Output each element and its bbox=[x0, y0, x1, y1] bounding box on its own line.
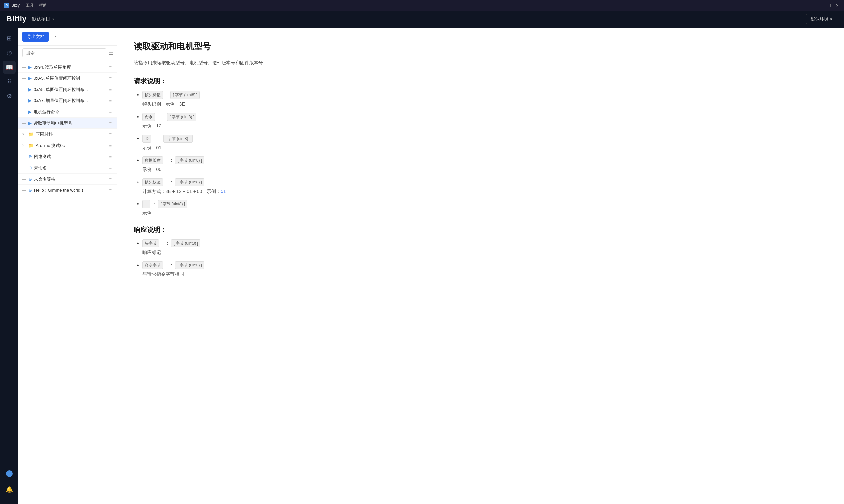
menu-help[interactable]: 帮助 bbox=[39, 3, 47, 8]
type-tag: [ 字节 (uint8) ] bbox=[167, 113, 196, 121]
tree-expand-icon: — bbox=[22, 188, 27, 192]
field-sub: 示例：12 bbox=[142, 122, 828, 130]
environment-button[interactable]: 默认环境 ▾ bbox=[806, 14, 838, 24]
tree-item-label: 网络测试 bbox=[34, 154, 108, 160]
play-icon: ▶ bbox=[28, 87, 32, 92]
tree-item-7[interactable]: > 📁 医园材料 ≡ bbox=[18, 129, 117, 140]
nodes-icon: ⠿ bbox=[7, 78, 11, 85]
tree-item-12[interactable]: — ⊕ Hello！Gimme the world！ ≡ bbox=[18, 185, 117, 196]
book-icon: 📖 bbox=[5, 64, 13, 71]
tree-item-11[interactable]: — ⊕ 未命名等待 ≡ bbox=[18, 174, 117, 185]
tree-expand-icon: — bbox=[22, 121, 27, 125]
tree-item-menu[interactable]: ≡ bbox=[108, 86, 113, 93]
field-sub: 计算方式：3E + 12 + 01 + 00 示例：51 bbox=[142, 188, 828, 196]
response-section-title: 响应说明： bbox=[134, 225, 828, 234]
tree-item-label: 电机运行命令 bbox=[34, 109, 108, 115]
field-sub: 示例： bbox=[142, 210, 828, 217]
network-icon: ⊕ bbox=[28, 154, 32, 159]
titlebar: B Bittly 工具 帮助 — □ × bbox=[0, 0, 844, 11]
export-label: 导出文档 bbox=[27, 34, 44, 39]
tree-item-8[interactable]: > 📁 Arduino 测试0c ≡ bbox=[18, 140, 117, 151]
tree-item-9[interactable]: — ⊕ 网络测试 ≡ bbox=[18, 151, 117, 162]
export-button[interactable]: 导出文档 bbox=[22, 32, 49, 41]
field-sub: 示例：01 bbox=[142, 144, 828, 152]
app-logo-icon: B bbox=[4, 3, 9, 8]
field-tag: 头字节 bbox=[142, 239, 159, 247]
project-selector[interactable]: 默认项目 ▾ bbox=[32, 16, 54, 22]
field-tag: 数据长度 bbox=[142, 157, 163, 164]
sidebar-item-docs[interactable]: 📖 bbox=[3, 60, 16, 74]
tree-item-2[interactable]: — ▶ 0xA5. 单圈位置闭环控制 ≡ bbox=[18, 73, 117, 84]
tree-item-menu[interactable]: ≡ bbox=[108, 187, 113, 193]
filter-button[interactable]: ☰ bbox=[108, 50, 113, 56]
sidebar-item-notifications[interactable]: 🔔 bbox=[3, 483, 16, 496]
project-name: 默认项目 bbox=[32, 16, 50, 22]
search-box: ☰ bbox=[18, 46, 117, 60]
tree-item-menu[interactable]: ≡ bbox=[108, 97, 113, 104]
tree-expand-icon: — bbox=[22, 65, 27, 69]
tree-item-label: 0xA7. 增量位置闭环控制命... bbox=[34, 98, 108, 104]
tree-item-menu[interactable]: ≡ bbox=[108, 131, 113, 137]
sidebar-item-user[interactable] bbox=[3, 467, 16, 480]
sidebar-item-settings[interactable]: ⚙ bbox=[3, 90, 16, 103]
close-button[interactable]: × bbox=[835, 3, 840, 8]
tree-expand-icon: > bbox=[22, 132, 27, 136]
tree-item-menu[interactable]: ≡ bbox=[108, 64, 113, 70]
list-item: 数据长度 ： [ 字节 (uint8) ] 示例：00 bbox=[137, 157, 828, 174]
tree-item-menu[interactable]: ≡ bbox=[108, 142, 113, 148]
sidebar-item-layout[interactable]: ⊞ bbox=[3, 32, 16, 45]
tree-item-label: 未命名等待 bbox=[34, 176, 108, 182]
tree-expand-icon: — bbox=[22, 99, 27, 103]
list-item: 头字节 ： [ 字节 (uint8) ] 响应标记 bbox=[137, 239, 828, 257]
tree-item-5[interactable]: — ▶ 电机运行命令 ≡ bbox=[18, 106, 117, 118]
file-toolbar: 导出文档 ··· bbox=[18, 28, 117, 46]
tree-item-menu[interactable]: ≡ bbox=[108, 154, 113, 160]
more-options-button[interactable]: ··· bbox=[51, 32, 60, 41]
sidebar-item-nodes[interactable]: ⠿ bbox=[3, 75, 16, 88]
tree-item-10[interactable]: — ⊕ 未命名 ≡ bbox=[18, 162, 117, 174]
file-tree: — ▶ 0x94. 读取单圈角度 ≡ — ▶ 0xA5. 单圈位置闭环控制 ≡ … bbox=[18, 60, 117, 504]
tree-item-1[interactable]: — ▶ 0x94. 读取单圈角度 ≡ bbox=[18, 61, 117, 73]
type-tag: [ 字节 (uint8) ] bbox=[170, 91, 200, 99]
field-separator: ： bbox=[161, 240, 170, 246]
field-sub: 帧头识别 示例：3E bbox=[142, 101, 828, 108]
folder-icon: 📁 bbox=[28, 132, 34, 137]
field-separator: ： bbox=[165, 92, 170, 97]
tree-item-menu[interactable]: ≡ bbox=[108, 75, 113, 82]
tree-item-3[interactable]: — ▶ 0xA5. 单圈位置闭环控制命... ≡ bbox=[18, 84, 117, 95]
field-sub: 响应标记 bbox=[142, 249, 828, 257]
content-area: 读取驱动和电机型号 该指令用来读取驱动型号、电机型号、硬件版本号和固件版本号 请… bbox=[117, 28, 844, 504]
request-list: 帧头标记 ： [ 字节 (uint8) ] 帧头识别 示例：3E 命令 ： [ … bbox=[134, 91, 828, 217]
field-tag: 帧头标记 bbox=[142, 91, 163, 99]
tree-item-menu[interactable]: ≡ bbox=[108, 176, 113, 182]
tree-item-menu[interactable]: ≡ bbox=[108, 165, 113, 171]
type-tag: [ 字节 (uint8) ] bbox=[175, 178, 204, 186]
tree-expand-icon: > bbox=[22, 144, 27, 147]
network-icon: ⊕ bbox=[28, 188, 32, 193]
field-tag: 命令 bbox=[142, 113, 155, 121]
field-separator: ： bbox=[157, 114, 166, 119]
tree-expand-icon: — bbox=[22, 177, 27, 181]
tree-expand-icon: — bbox=[22, 76, 27, 80]
menu-tools[interactable]: 工具 bbox=[26, 3, 34, 8]
field-separator: ： bbox=[165, 262, 174, 268]
response-list: 头字节 ： [ 字节 (uint8) ] 响应标记 命令字节 ： [ 字节 (u… bbox=[134, 239, 828, 278]
play-icon: ▶ bbox=[28, 65, 32, 70]
tree-item-label: 未命名 bbox=[34, 165, 108, 171]
brand-logo: Bittly bbox=[6, 15, 27, 23]
list-item: 帧头标记 ： [ 字节 (uint8) ] 帧头识别 示例：3E bbox=[137, 91, 828, 108]
sidebar-item-history[interactable]: ◷ bbox=[3, 46, 16, 59]
tree-expand-icon: — bbox=[22, 155, 27, 159]
tree-item-menu[interactable]: ≡ bbox=[108, 120, 113, 126]
page-title: 读取驱动和电机型号 bbox=[134, 41, 828, 52]
search-input[interactable] bbox=[22, 49, 106, 57]
tree-item-label: 0xA5. 单圈位置闭环控制 bbox=[34, 75, 108, 82]
tree-item-menu[interactable]: ≡ bbox=[108, 109, 113, 115]
maximize-button[interactable]: □ bbox=[827, 3, 832, 8]
tree-item-6[interactable]: — ▶ 读取驱动和电机型号 ≡ bbox=[18, 118, 117, 129]
tree-item-label: 医园材料 bbox=[36, 131, 108, 137]
tree-item-4[interactable]: — ▶ 0xA7. 增量位置闭环控制命... ≡ bbox=[18, 95, 117, 106]
field-sub: 示例：00 bbox=[142, 166, 828, 174]
minimize-button[interactable]: — bbox=[816, 3, 824, 8]
play-icon: ▶ bbox=[28, 121, 32, 126]
